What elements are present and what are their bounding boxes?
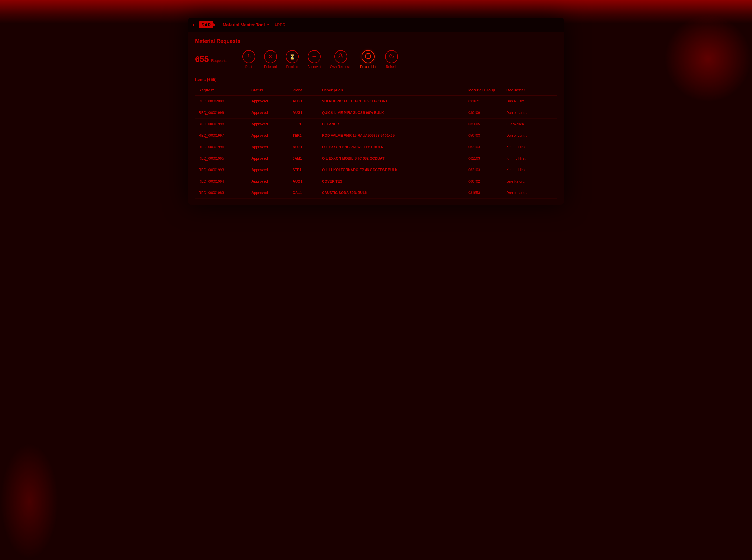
- cell-description: CLEANER: [322, 122, 468, 126]
- approved-icon-circle: ☰: [308, 50, 321, 63]
- cell-request: REQ_00001983: [198, 191, 251, 195]
- approved-icon: ☰: [312, 54, 317, 60]
- cell-status: Approved: [251, 99, 293, 103]
- cell-material-group: 031871: [468, 99, 506, 103]
- action-own-requests[interactable]: Own Requests: [330, 50, 351, 68]
- table-container: Request Status Plant Description Materia…: [195, 85, 557, 199]
- cell-request: REQ_00001993: [198, 168, 251, 172]
- cell-plant: CAL1: [293, 191, 322, 195]
- table-row[interactable]: REQ_00001997 Approved TER1 ROD VALME VMR…: [195, 130, 557, 141]
- cell-request: REQ_00001995: [198, 156, 251, 161]
- approved-label: Approved: [308, 65, 321, 68]
- cell-status: Approved: [251, 134, 293, 138]
- cell-status: Approved: [251, 111, 293, 115]
- cell-description: OIL LUKOI TORNADO EP 46 GDCTEST BULK: [322, 168, 468, 172]
- cell-request: REQ_00001994: [198, 179, 251, 183]
- cell-plant: ETT1: [293, 122, 322, 126]
- own-requests-icon-circle: [334, 50, 347, 63]
- cell-description: SULPHURIC ACID TECH 1030KG/CONT: [322, 99, 468, 103]
- cell-requester: Kimmo Hirs...: [506, 168, 554, 172]
- table-row[interactable]: REQ_00001996 Approved AUG1 OIL EXXON SHC…: [195, 141, 557, 153]
- action-approved[interactable]: ☰ Approved: [308, 50, 321, 68]
- rejected-icon-circle: ✕: [264, 50, 277, 63]
- cell-plant: AUG1: [293, 179, 322, 183]
- table-row[interactable]: REQ_00001998 Approved ETT1 CLEANER 03200…: [195, 119, 557, 130]
- pending-label: Pending: [286, 65, 298, 68]
- action-rejected[interactable]: ✕ Rejected: [264, 50, 277, 68]
- active-tab-underline: [360, 75, 376, 76]
- draft-icon-circle: ⏱: [242, 50, 255, 63]
- back-button[interactable]: ‹: [193, 22, 194, 28]
- cell-status: Approved: [251, 122, 293, 126]
- action-draft[interactable]: ⏱ Draft: [242, 50, 255, 68]
- cell-plant: AUG1: [293, 99, 322, 103]
- table-row[interactable]: REQ_00001995 Approved JAM1 OIL EXXON MOB…: [195, 153, 557, 164]
- sap-logo: SAP: [199, 21, 213, 28]
- action-pending[interactable]: ⏳ Pending: [286, 50, 299, 68]
- cell-description: ROD VALME VMR 15 RAUA506358 5400X25: [322, 134, 468, 138]
- col-header-status: Status: [251, 88, 293, 92]
- cell-plant: AUG1: [293, 145, 322, 149]
- col-header-description: Description: [322, 88, 468, 92]
- rejected-icon: ✕: [268, 54, 273, 60]
- table-row[interactable]: REQ_00002000 Approved AUG1 SULPHURIC ACI…: [195, 96, 557, 107]
- title-dropdown-arrow[interactable]: ▼: [267, 23, 270, 26]
- cell-plant: JAM1: [293, 156, 322, 161]
- draft-label: Draft: [245, 65, 252, 68]
- refresh-label: Refresh: [386, 65, 398, 68]
- table-row[interactable]: REQ_00001999 Approved AUG1 QUICK LIME MI…: [195, 107, 557, 119]
- table-row[interactable]: REQ_00001983 Approved CAL1 CAUSTIC SODA …: [195, 187, 557, 199]
- table-row[interactable]: REQ_00001994 Approved AUG1 COVER TES 060…: [195, 176, 557, 187]
- total-number: 655: [195, 55, 209, 64]
- cell-requester: Kimmo Hirs...: [506, 156, 554, 161]
- cell-material-group: 062103: [468, 168, 506, 172]
- total-count: 655 Requests: [195, 55, 236, 64]
- cell-material-group: 032005: [468, 122, 506, 126]
- app-title-container: Material Master Tool ▼: [223, 22, 270, 27]
- cell-requester: Jere Kelon...: [506, 179, 554, 183]
- stats-bar: 655 Requests ⏱ Draft ✕ Rejected: [195, 50, 557, 68]
- cell-material-group: 062103: [468, 156, 506, 161]
- cell-description: OIL EXXON SHC PM 320 TEST BULK: [322, 145, 468, 149]
- cell-plant: AUG1: [293, 111, 322, 115]
- cell-status: Approved: [251, 179, 293, 183]
- nav-breadcrumb: APPR: [274, 23, 286, 27]
- default-list-label: Default List: [360, 65, 376, 68]
- cell-description: OIL EXXON MOBIL SHC 632 GCDUAT: [322, 156, 468, 161]
- own-requests-icon: [338, 53, 344, 60]
- table-body: REQ_00002000 Approved AUG1 SULPHURIC ACI…: [195, 96, 557, 199]
- cell-request: REQ_00001998: [198, 122, 251, 126]
- main-content: Material Requests 655 Requests ⏱ Draft: [188, 32, 564, 204]
- action-refresh[interactable]: Refresh: [385, 50, 398, 68]
- cell-status: Approved: [251, 145, 293, 149]
- cell-description: QUICK LIME MIRAGLOSS 90% BULK: [322, 111, 468, 115]
- page-title: Material Requests: [195, 38, 557, 44]
- cell-request: REQ_00001999: [198, 111, 251, 115]
- cell-request: REQ_00001996: [198, 145, 251, 149]
- cell-plant: STE1: [293, 168, 322, 172]
- cell-status: Approved: [251, 156, 293, 161]
- cell-request: REQ_00002000: [198, 99, 251, 103]
- cell-description: CAUSTIC SODA 50% BULK: [322, 191, 468, 195]
- rejected-label: Rejected: [264, 65, 277, 68]
- cell-requester: Daniel Lam...: [506, 191, 554, 195]
- cell-requester: Ella Wallen...: [506, 122, 554, 126]
- items-header: Items (655): [195, 74, 557, 85]
- refresh-icon: [389, 53, 394, 60]
- cell-material-group: 060702: [468, 179, 506, 183]
- cell-status: Approved: [251, 168, 293, 172]
- col-header-material-group: Material Group: [468, 88, 506, 92]
- pending-icon: ⏳: [289, 54, 295, 60]
- cell-requester: Kimmo Hirs...: [506, 145, 554, 149]
- cell-status: Approved: [251, 191, 293, 195]
- cell-material-group: 030109: [468, 111, 506, 115]
- cell-requester: Daniel Lam...: [506, 111, 554, 115]
- table-row[interactable]: REQ_00001993 Approved STE1 OIL LUKOI TOR…: [195, 164, 557, 176]
- cell-requester: Daniel Lam...: [506, 134, 554, 138]
- app-title: Material Master Tool: [223, 22, 265, 27]
- cell-plant: TER1: [293, 134, 322, 138]
- nav-bar: ‹ SAP Material Master Tool ▼ APPR: [188, 18, 564, 32]
- table-header: Request Status Plant Description Materia…: [195, 85, 557, 96]
- refresh-icon-circle: [385, 50, 398, 63]
- action-default-list[interactable]: Default List: [360, 50, 376, 68]
